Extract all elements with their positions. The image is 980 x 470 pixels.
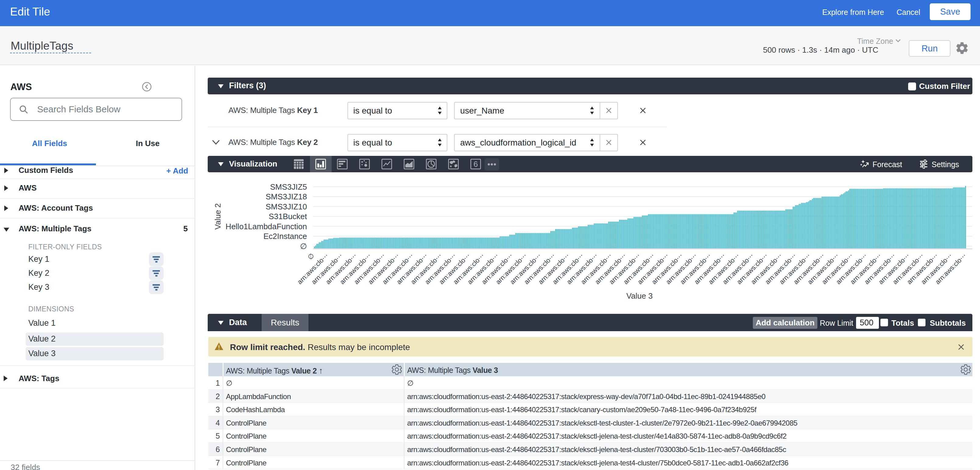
svg-text:SMS3JIZ10: SMS3JIZ10 <box>266 202 307 211</box>
svg-text:6: 6 <box>474 159 478 168</box>
svg-text:SMS3JIZ5: SMS3JIZ5 <box>270 183 307 192</box>
svg-text:∅: ∅ <box>300 242 307 251</box>
svg-text:Ec2Instance: Ec2Instance <box>263 232 307 241</box>
svg-text:∅: ∅ <box>306 252 315 261</box>
svg-text:S31Bucket: S31Bucket <box>269 212 307 221</box>
svg-text:SMS3JIZ18: SMS3JIZ18 <box>266 192 307 201</box>
svg-text:Hello1LambdaFunction: Hello1LambdaFunction <box>226 222 307 231</box>
svg-text:Value 2: Value 2 <box>213 203 222 230</box>
svg-text:Value 3: Value 3 <box>627 291 652 300</box>
